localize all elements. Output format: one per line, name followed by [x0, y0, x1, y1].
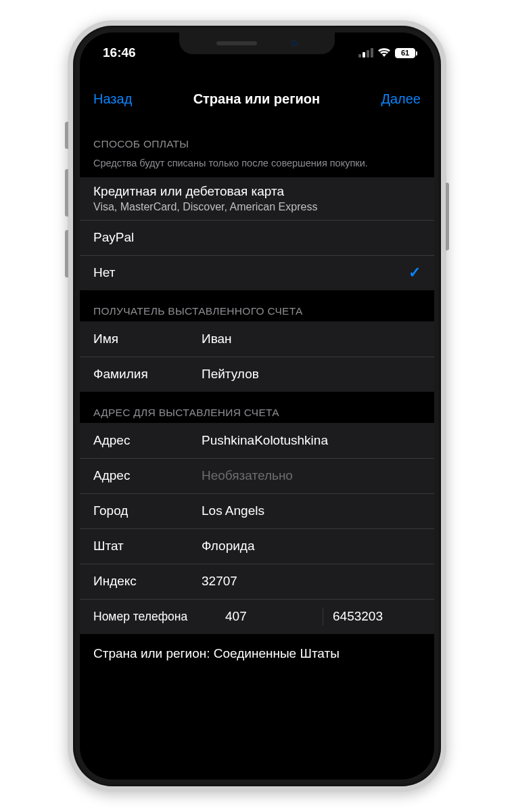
cellular-signal-icon: [358, 48, 373, 58]
payment-option-none-label: Нет: [93, 265, 115, 280]
city-label: Город: [93, 503, 202, 518]
recipient-group: Имя Иван Фамилия Пейтулов: [80, 321, 434, 392]
phone-row[interactable]: Номер телефона 407 6453203: [80, 599, 434, 634]
front-camera: [291, 40, 298, 47]
speaker-grille: [216, 41, 257, 45]
firstname-row[interactable]: Имя Иван: [80, 321, 434, 357]
lastname-value[interactable]: Пейтулов: [202, 367, 421, 382]
content-scroll[interactable]: СПОСОБ ОПЛАТЫ Средства будут списаны тол…: [80, 118, 434, 661]
mute-switch: [65, 122, 68, 149]
address2-row[interactable]: Адрес Необязательно: [80, 458, 434, 493]
power-button: [446, 183, 449, 250]
payment-option-none[interactable]: Нет ✓: [80, 255, 434, 290]
volume-down-button: [65, 230, 68, 277]
screen: 16:46 61 Назад Страна или регион Далее: [80, 32, 434, 780]
phone-divider: [323, 608, 323, 625]
payment-option-paypal-label: PayPal: [93, 230, 134, 245]
billing-group: Адрес PushkinaKolotushkina Адрес Необяза…: [80, 423, 434, 634]
next-button[interactable]: Далее: [381, 91, 421, 107]
volume-up-button: [65, 169, 68, 217]
billing-section-header: АДРЕС ДЛЯ ВЫСТАВЛЕНИЯ СЧЕТА: [80, 392, 434, 423]
lastname-label: Фамилия: [93, 367, 202, 382]
firstname-value[interactable]: Иван: [202, 332, 421, 346]
back-button[interactable]: Назад: [93, 91, 132, 107]
phone-bezel: 16:46 61 Назад Страна или регион Далее: [73, 26, 441, 786]
checkmark-icon: ✓: [408, 264, 421, 281]
address2-label: Адрес: [93, 468, 202, 483]
zip-row[interactable]: Индекс 32707: [80, 564, 434, 599]
payment-option-credit-sub: Visa, MasterCard, Discover, American Exp…: [93, 201, 317, 213]
payment-section-header: СПОСОБ ОПЛАТЫ: [80, 123, 434, 154]
battery-icon: 61: [395, 48, 415, 58]
payment-option-credit[interactable]: Кредитная или дебетовая карта Visa, Mast…: [80, 177, 434, 220]
address1-label: Адрес: [93, 433, 202, 448]
country-region-line[interactable]: Страна или регион: Соединенные Штаты: [80, 634, 434, 661]
payment-section-footer: Средства будут списаны только после сове…: [80, 154, 434, 177]
city-row[interactable]: Город Los Angels: [80, 493, 434, 528]
state-row[interactable]: Штат Флорида: [80, 528, 434, 564]
status-time: 16:46: [103, 45, 136, 60]
notch: [179, 32, 335, 54]
wifi-icon: [377, 48, 391, 58]
city-value[interactable]: Los Angels: [202, 503, 421, 518]
address1-row[interactable]: Адрес PushkinaKolotushkina: [80, 423, 434, 458]
payment-option-paypal[interactable]: PayPal: [80, 220, 434, 255]
lastname-row[interactable]: Фамилия Пейтулов: [80, 357, 434, 392]
phone-frame: 16:46 61 Назад Страна или регион Далее: [68, 20, 446, 792]
zip-label: Индекс: [93, 574, 202, 589]
navigation-bar: Назад Страна или регион Далее: [80, 80, 434, 118]
status-indicators: 61: [358, 48, 415, 58]
address1-value[interactable]: PushkinaKolotushkina: [202, 433, 421, 448]
battery-level: 61: [401, 49, 409, 57]
page-title: Страна или регион: [193, 91, 320, 107]
zip-value[interactable]: 32707: [202, 574, 421, 589]
address2-placeholder[interactable]: Необязательно: [202, 468, 421, 483]
state-label: Штат: [93, 539, 202, 554]
phone-label: Номер телефона: [93, 610, 225, 624]
phone-area-value[interactable]: 407: [225, 609, 313, 624]
phone-number-value[interactable]: 6453203: [333, 609, 421, 624]
payment-options-group: Кредитная или дебетовая карта Visa, Mast…: [80, 177, 434, 290]
recipient-section-header: ПОЛУЧАТЕЛЬ ВЫСТАВЛЕННОГО СЧЕТА: [80, 290, 434, 321]
payment-option-credit-title: Кредитная или дебетовая карта: [93, 184, 284, 199]
state-value[interactable]: Флорида: [202, 539, 421, 554]
firstname-label: Имя: [93, 332, 202, 346]
